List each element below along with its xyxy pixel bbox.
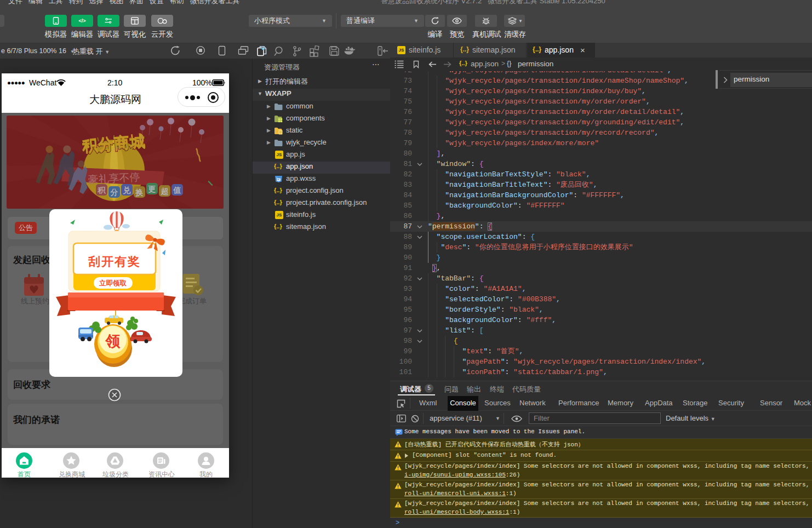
- svg-text:值: 值: [173, 186, 181, 194]
- svg-text:超: 超: [161, 187, 169, 196]
- svg-text:更: 更: [148, 185, 156, 193]
- svg-text:积: 积: [98, 186, 106, 194]
- svg-text:换: 换: [135, 188, 144, 197]
- svg-text:兑: 兑: [123, 186, 131, 194]
- svg-text:立即领取: 立即领取: [99, 279, 127, 287]
- svg-text:刮开有奖: 刮开有奖: [88, 255, 141, 268]
- svg-text:分: 分: [110, 188, 118, 197]
- svg-text:领: 领: [105, 333, 121, 349]
